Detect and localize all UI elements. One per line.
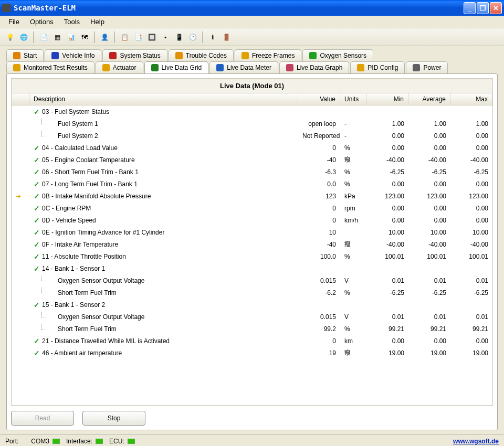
row-description: Fuel System 2: [58, 132, 98, 140]
row-avg: 0.00: [408, 216, 450, 225]
col-max[interactable]: Max: [450, 93, 492, 105]
maximize-button[interactable]: ❐: [477, 2, 489, 14]
row-min: 0.00: [366, 216, 408, 225]
table-row[interactable]: ✓14 - Bank 1 - Sensor 1: [12, 262, 492, 274]
row-avg: 100.01: [408, 252, 450, 261]
row-max: 0.00: [450, 179, 492, 189]
table-row[interactable]: ✓07 - Long Term Fuel Trim - Bank 10.0%0.…: [12, 178, 492, 190]
tb-window-icon[interactable]: 🔲: [146, 31, 158, 43]
tab-live-data-graph[interactable]: Live Data Graph: [279, 61, 349, 73]
table-row[interactable]: ✓0C - Engine RPM0rpm0.000.000.00: [12, 202, 492, 214]
check-icon: ✓: [34, 349, 40, 357]
row-val: 0.0: [298, 179, 340, 189]
row-min: -40.00: [366, 155, 408, 165]
row-units: %: [340, 252, 366, 261]
table-row[interactable]: Short Term Fuel Trim99.2%99.2199.2199.21: [12, 323, 492, 335]
table-row[interactable]: Oxygen Sensor Output Voltage0.015V0.010.…: [12, 274, 492, 286]
meter-icon: [216, 64, 224, 71]
row-min: 0.00: [366, 179, 408, 189]
tb-exit-icon[interactable]: 🚪: [220, 31, 232, 43]
row-min: -40.00: [366, 240, 408, 249]
table-row[interactable]: Fuel System 2Not Reported-0.000.000.00: [12, 130, 492, 142]
tb-chart-icon[interactable]: 📊: [65, 31, 77, 43]
col-units[interactable]: Units: [340, 93, 366, 105]
row-units: %: [340, 167, 366, 177]
table-row[interactable]: ✓15 - Bank 1 - Sensor 2: [12, 299, 492, 311]
tab-power[interactable]: Power: [406, 61, 448, 73]
tb-device-icon[interactable]: 📱: [173, 31, 185, 43]
grid-header: Description Value Units Min Average Max: [12, 93, 492, 105]
tb-paste-icon[interactable]: 📑: [132, 31, 144, 43]
table-row[interactable]: ➜✓0B - Intake Manifold Absolute Pressure…: [12, 190, 492, 202]
tab-oxygen-sensors[interactable]: Oxygen Sensors: [302, 49, 373, 61]
tab-trouble-codes[interactable]: Trouble Codes: [169, 49, 234, 61]
row-units: 癈: [340, 347, 366, 358]
tab-actuator[interactable]: Actuator: [96, 61, 143, 73]
row-max: [450, 304, 492, 306]
tb-info-icon[interactable]: ℹ: [207, 31, 218, 43]
tab-pid-config[interactable]: PID Config: [350, 61, 405, 73]
table-row[interactable]: ✓46 - Ambient air temperature19癈19.0019.…: [12, 347, 492, 359]
tb-clock-icon[interactable]: 🕐: [187, 31, 198, 43]
tree-branch-icon: [34, 119, 56, 129]
tb-terminal-icon[interactable]: ▪: [160, 31, 171, 43]
tb-grid-icon[interactable]: ▦: [51, 31, 63, 43]
minimize-button[interactable]: _: [464, 2, 476, 14]
tab-freeze-frames[interactable]: Freeze Frames: [235, 49, 301, 61]
table-row[interactable]: ✓03 - Fuel System Status: [12, 105, 492, 118]
stop-button[interactable]: Stop: [82, 411, 145, 426]
table-row[interactable]: ✓04 - Calculated Load Value0%0.000.000.0…: [12, 142, 492, 154]
menu-file[interactable]: File: [3, 17, 25, 27]
check-icon: ✓: [34, 216, 40, 225]
col-min[interactable]: Min: [366, 93, 408, 105]
tb-lightbulb-icon[interactable]: 💡: [4, 31, 16, 43]
row-description: 03 - Fuel System Status: [42, 108, 109, 115]
table-row[interactable]: Oxygen Sensor Output Voltage0.015V0.010.…: [12, 311, 492, 323]
col-description[interactable]: Description: [29, 93, 298, 105]
tb-copy-icon[interactable]: 📋: [119, 31, 130, 43]
table-row[interactable]: ✓0D - Vehicle Speed0km/h0.000.000.00: [12, 214, 492, 226]
row-description: Short Term Fuel Trim: [58, 289, 117, 296]
table-row[interactable]: ✓05 - Engine Coolant Temperature-40癈-40.…: [12, 154, 492, 166]
tb-user-icon[interactable]: 👤: [99, 31, 110, 43]
tb-report-icon[interactable]: 📄: [38, 31, 49, 43]
website-link[interactable]: www.wgsoft.de: [453, 438, 499, 445]
row-avg: -40.00: [408, 155, 450, 165]
read-button[interactable]: Read: [11, 411, 74, 426]
tb-map-icon[interactable]: 🗺: [79, 31, 90, 43]
table-row[interactable]: ✓0F - Intake Air Temperature-40癈-40.00-4…: [12, 238, 492, 250]
menu-options[interactable]: Options: [25, 17, 59, 27]
table-row[interactable]: Fuel System 1open loop-1.001.001.00: [12, 118, 492, 130]
table-row[interactable]: Short Term Fuel Trim-6.2%-6.25-6.25-6.25: [12, 286, 492, 299]
tab-live-data-meter[interactable]: Live Data Meter: [209, 61, 278, 73]
row-val: open loop: [298, 119, 340, 129]
col-average[interactable]: Average: [408, 93, 450, 105]
table-row[interactable]: ✓06 - Short Term Fuel Trim - Bank 1-6.3%…: [12, 166, 492, 178]
row-units: -: [340, 131, 366, 141]
table-row[interactable]: ✓21 - Distance Travelled While MIL is Ac…: [12, 335, 492, 347]
tab-vehicle-info[interactable]: Vehicle Info: [45, 49, 101, 61]
tab-start[interactable]: Start: [6, 49, 44, 61]
row-units: kPa: [340, 192, 366, 201]
tab-system-status[interactable]: System Status: [102, 49, 167, 61]
menu-help[interactable]: Help: [85, 17, 110, 27]
tb-globe-icon[interactable]: 🌐: [18, 31, 29, 43]
close-button[interactable]: ✕: [490, 2, 502, 14]
tab-live-data-grid[interactable]: Live Data Grid: [144, 61, 209, 73]
tab-monitored-test-results[interactable]: Monitored Test Results: [6, 61, 94, 73]
graph-icon: [286, 64, 293, 71]
row-max: -6.25: [450, 167, 492, 177]
row-avg: [408, 111, 450, 113]
row-max: 10.00: [450, 228, 492, 237]
menu-tools[interactable]: Tools: [59, 17, 85, 27]
row-val: 100.0: [298, 252, 340, 261]
row-min: 0.00: [366, 131, 408, 141]
col-value[interactable]: Value: [298, 93, 340, 105]
tab-label: PID Config: [368, 64, 398, 71]
row-units: [340, 304, 366, 306]
table-row[interactable]: ✓0E - Ignition Timing Advance for #1 Cyl…: [12, 226, 492, 238]
row-description: 11 - Absolute Throttle Position: [42, 253, 126, 260]
tab-label: Oxygen Sensors: [320, 52, 366, 59]
table-row[interactable]: ✓11 - Absolute Throttle Position100.0%10…: [12, 250, 492, 262]
row-units: [340, 231, 366, 233]
